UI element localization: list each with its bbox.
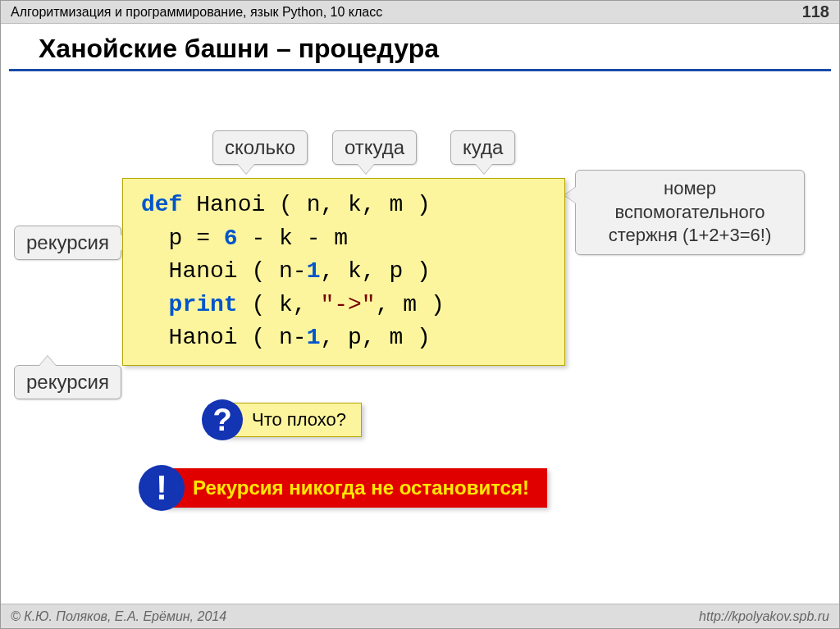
callout-from: откуда <box>332 130 417 165</box>
question-row: ? Что плохо? <box>202 399 362 440</box>
content: сколько откуда куда номер вспомогательно… <box>1 71 839 596</box>
code-line-4: print ( k, "->", m ) <box>141 289 546 322</box>
func-decl: Hanoi ( n, k, m ) <box>196 192 431 217</box>
warning-row: ! Рекурсия никогда не остановится! <box>139 465 547 511</box>
callout-how-many: сколько <box>212 130 308 165</box>
slide: Алгоритмизация и программирование, язык … <box>0 0 840 629</box>
callout-aux-line2: вспомогательного <box>614 202 765 222</box>
copyright: © К.Ю. Поляков, Е.А. Ерёмин, 2014 <box>11 609 226 624</box>
slide-title: Ханойские башни – процедура <box>9 24 831 71</box>
page-number: 118 <box>802 2 829 21</box>
question-mark-icon: ? <box>202 399 243 440</box>
callout-recursion-top: рекурсия <box>14 226 121 260</box>
keyword-def: def <box>141 192 182 217</box>
header: Алгоритмизация и программирование, язык … <box>1 1 839 24</box>
footer-url: http://kpolyakov.spb.ru <box>699 609 829 624</box>
code-line-2: p = 6 - k - m <box>141 222 546 256</box>
callout-aux: номер вспомогательного стержня (1+2+3=6!… <box>575 170 805 255</box>
callout-aux-line3: стержня (1+2+3=6!) <box>609 225 771 245</box>
exclamation-icon: ! <box>139 465 185 511</box>
callout-to: куда <box>450 130 515 165</box>
code-block: def Hanoi ( n, k, m ) p = 6 - k - m Hano… <box>122 178 565 366</box>
callout-recursion-bottom: рекурсия <box>14 365 121 399</box>
keyword-print: print <box>169 292 238 317</box>
code-line-5: Hanoi ( n-1, p, m ) <box>141 321 546 355</box>
warning-text: Рекурсия никогда не остановится! <box>163 468 547 508</box>
code-line-3: Hanoi ( n-1, k, p ) <box>141 255 546 289</box>
header-title: Алгоритмизация и программирование, язык … <box>11 5 382 20</box>
callout-aux-line1: номер <box>664 178 716 198</box>
code-line-1: def Hanoi ( n, k, m ) <box>141 189 546 222</box>
question-text: Что плохо? <box>223 403 362 437</box>
footer: © К.Ю. Поляков, Е.А. Ерёмин, 2014 http:/… <box>1 604 839 628</box>
